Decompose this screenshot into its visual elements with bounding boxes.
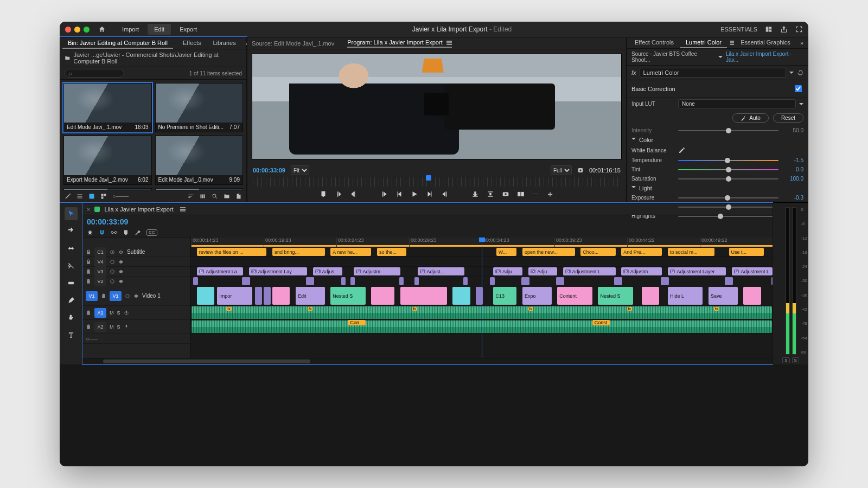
workspaces-icon[interactable] — [765, 25, 773, 33]
timeline-clip[interactable]: Expo — [522, 287, 552, 305]
resolution-select[interactable]: Full — [551, 165, 572, 175]
timeline-clip[interactable] — [371, 287, 394, 305]
settings-icon[interactable] — [577, 167, 584, 174]
play-icon[interactable] — [411, 190, 418, 198]
intensity-slider[interactable] — [678, 128, 778, 133]
lock-icon[interactable] — [86, 269, 91, 274]
timeline-clip[interactable] — [452, 287, 470, 305]
auto-button[interactable]: Auto — [732, 113, 769, 123]
audio-marker[interactable]: Const — [592, 320, 610, 325]
linked-selection-icon[interactable] — [111, 229, 117, 236]
temperature-slider[interactable] — [678, 158, 778, 163]
razor-tool[interactable] — [65, 259, 78, 272]
button-editor-icon[interactable]: ＋ — [546, 189, 554, 200]
clip-item[interactable]: ▦ Edit Mode Javi_.1.mov16:03 — [63, 83, 152, 132]
timeline-clip[interactable]: Choo... — [580, 248, 615, 256]
timeline-clip[interactable]: Adjustment L — [563, 267, 615, 275]
timeline-clip[interactable]: review the files on ... — [197, 248, 267, 256]
timeline-clip[interactable]: so the... — [377, 248, 406, 256]
wrench-icon[interactable] — [135, 229, 141, 236]
timeline-clip[interactable]: Adjus — [313, 267, 342, 275]
freeform-view-icon[interactable] — [100, 193, 107, 200]
mode-tab-edit[interactable]: Edit — [148, 24, 171, 35]
timeline-clip[interactable] — [560, 277, 565, 285]
target-icon[interactable] — [110, 249, 115, 255]
timeline-clip[interactable]: A new he... — [330, 248, 371, 256]
bin-breadcrumb[interactable]: Javier ...ge\Javier - Commercial Shots\J… — [60, 49, 246, 67]
timeline-timecode[interactable]: 00:00:33:09 — [82, 215, 191, 228]
contrast-slider[interactable] — [678, 204, 778, 210]
zoom-fit-select[interactable]: Fit — [291, 165, 309, 175]
audio-marker[interactable]: Con — [348, 320, 365, 325]
track-header-a1[interactable]: A1 MS — [82, 306, 190, 320]
source-patch-a1[interactable]: A1 — [94, 308, 106, 318]
tint-slider[interactable] — [678, 167, 778, 172]
mic-icon[interactable] — [124, 310, 129, 316]
reset-button[interactable]: Reset — [773, 113, 803, 123]
mode-tab-export[interactable]: Export — [173, 24, 203, 35]
mode-tab-import[interactable]: Import — [116, 24, 145, 35]
timeline-playhead[interactable] — [482, 237, 482, 358]
timeline-clip[interactable]: And Pre... — [621, 248, 662, 256]
tab-libraries[interactable]: Libraries — [207, 38, 241, 49]
timeline-clip[interactable]: Adjustm — [621, 267, 662, 275]
tab-essential-graphics[interactable]: Essential Graphics — [735, 37, 796, 48]
comparison-view-icon[interactable] — [517, 190, 525, 198]
exposure-slider[interactable] — [678, 195, 778, 201]
timeline-clip[interactable]: Adjustment Lay — [249, 267, 307, 275]
export-frame-icon[interactable] — [502, 190, 509, 198]
sort-icon[interactable] — [188, 193, 194, 200]
eye-icon[interactable] — [133, 293, 139, 299]
timeline-clip[interactable]: Adju — [528, 267, 558, 275]
new-item-icon[interactable] — [235, 193, 242, 200]
go-to-in-icon[interactable] — [380, 190, 388, 198]
nest-toggle-icon[interactable] — [87, 229, 93, 236]
input-lut-select[interactable]: None — [678, 99, 796, 108]
hand-tool[interactable] — [65, 311, 78, 324]
step-back-icon[interactable] — [395, 190, 403, 198]
timeline-clip[interactable] — [246, 277, 251, 285]
source-monitor-tab[interactable]: Source: Edit Mode Javi_.1.mov — [252, 40, 334, 47]
clip-item[interactable]: ▦ No Premiere in Shot Editi...7:07 — [155, 83, 244, 132]
saturation-slider[interactable] — [678, 176, 778, 182]
clip-item[interactable]: ▦ Export Mode Javi_.2.mov6:02 — [63, 136, 152, 185]
lock-icon[interactable] — [86, 310, 91, 316]
timeline-clip[interactable] — [264, 287, 271, 305]
clip-item[interactable] — [155, 188, 244, 190]
timeline-clip[interactable]: Hide L — [668, 287, 703, 305]
playhead-icon[interactable] — [426, 175, 431, 181]
selection-tool[interactable] — [65, 207, 78, 220]
timeline-clip[interactable] — [193, 277, 198, 285]
eye-icon[interactable] — [118, 279, 124, 284]
search-input[interactable]: ⌕ — [65, 69, 124, 78]
timeline-clip[interactable]: open the new... — [522, 248, 575, 256]
maximize-window-button[interactable] — [84, 27, 90, 33]
reset-effect-icon[interactable] — [797, 69, 803, 76]
timeline-clip[interactable] — [399, 277, 404, 285]
track-header-master[interactable]: ○── — [82, 334, 190, 344]
timeline-clip[interactable] — [414, 277, 419, 285]
program-monitor-video[interactable] — [252, 54, 622, 159]
timeline-clip[interactable]: Adjustm — [354, 267, 400, 275]
type-tool[interactable] — [65, 329, 78, 342]
panel-menu-icon[interactable] — [446, 41, 452, 45]
share-icon[interactable] — [780, 25, 788, 33]
basic-correction-toggle[interactable] — [795, 85, 802, 92]
captions-icon[interactable]: CC — [146, 229, 157, 236]
panel-menu-icon[interactable] — [730, 41, 734, 45]
track-header-v3[interactable]: V3 — [82, 267, 190, 277]
snap-icon[interactable] — [99, 229, 105, 236]
timeline-clip[interactable] — [197, 287, 214, 305]
lock-icon[interactable] — [86, 249, 91, 255]
timeline-clip[interactable]: Nested S — [598, 287, 633, 305]
timeline-clip[interactable]: Adjustment La — [197, 267, 244, 275]
timeline-clip[interactable] — [618, 277, 623, 285]
lock-icon[interactable] — [86, 279, 91, 284]
timeline-clip[interactable]: Adju — [493, 267, 522, 275]
timeline-clip[interactable] — [341, 277, 346, 285]
timeline-clip[interactable]: Adjustment Layer — [668, 267, 726, 275]
add-marker-icon[interactable] — [320, 190, 327, 198]
timeline-clip[interactable] — [743, 287, 761, 305]
solo-right[interactable]: S — [792, 357, 799, 363]
timeline-clip[interactable]: Content — [557, 287, 592, 305]
